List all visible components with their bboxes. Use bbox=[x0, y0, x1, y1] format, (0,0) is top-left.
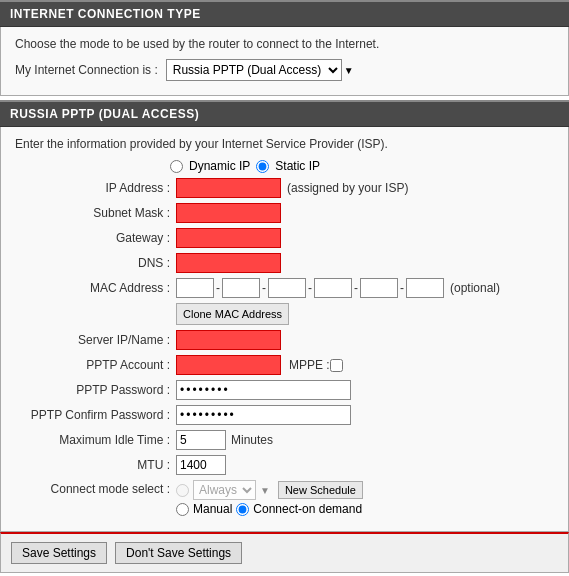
mac-optional-label: (optional) bbox=[450, 281, 500, 295]
dont-save-settings-button[interactable]: Don't Save Settings bbox=[115, 542, 242, 564]
mac-sep-3: - bbox=[308, 281, 312, 295]
mac-sep-4: - bbox=[354, 281, 358, 295]
server-ip-label: Server IP/Name : bbox=[15, 333, 170, 347]
connection-type-select[interactable]: Russia PPTP (Dual Access) Dynamic IP Sta… bbox=[166, 59, 342, 81]
mac-octet-5-input[interactable] bbox=[360, 278, 398, 298]
gateway-label: Gateway : bbox=[15, 231, 170, 245]
new-schedule-button[interactable]: New Schedule bbox=[278, 481, 363, 499]
always-radio[interactable] bbox=[176, 484, 189, 497]
russia-pptp-desc: Enter the information provided by your I… bbox=[15, 137, 554, 151]
minutes-label: Minutes bbox=[231, 433, 273, 447]
clone-mac-button[interactable]: Clone MAC Address bbox=[176, 303, 289, 325]
server-ip-input[interactable] bbox=[176, 330, 281, 350]
connect-on-demand-radio[interactable] bbox=[236, 503, 249, 516]
mac-address-label: MAC Address : bbox=[15, 281, 170, 295]
pptp-confirm-password-label: PPTP Confirm Password : bbox=[15, 408, 170, 422]
mac-octet-6-input[interactable] bbox=[406, 278, 444, 298]
max-idle-time-input[interactable] bbox=[176, 430, 226, 450]
ip-address-input[interactable] bbox=[176, 178, 281, 198]
max-idle-time-label: Maximum Idle Time : bbox=[15, 433, 170, 447]
mtu-label: MTU : bbox=[15, 458, 170, 472]
internet-connection-desc: Choose the mode to be used by the router… bbox=[15, 37, 554, 51]
subnet-mask-input[interactable] bbox=[176, 203, 281, 223]
pptp-password-label: PPTP Password : bbox=[15, 383, 170, 397]
pptp-confirm-password-input[interactable] bbox=[176, 405, 351, 425]
mac-octet-4-input[interactable] bbox=[314, 278, 352, 298]
ip-note: (assigned by your ISP) bbox=[287, 181, 408, 195]
dns-input[interactable] bbox=[176, 253, 281, 273]
mac-octet-2-input[interactable] bbox=[222, 278, 260, 298]
manual-radio[interactable] bbox=[176, 503, 189, 516]
mac-octet-1-input[interactable] bbox=[176, 278, 214, 298]
my-internet-label: My Internet Connection is : bbox=[15, 63, 158, 77]
subnet-mask-label: Subnet Mask : bbox=[15, 206, 170, 220]
static-ip-radio[interactable] bbox=[256, 160, 269, 173]
dynamic-ip-radio[interactable] bbox=[170, 160, 183, 173]
mppe-checkbox[interactable] bbox=[330, 359, 343, 372]
mac-octet-3-input[interactable] bbox=[268, 278, 306, 298]
always-arrow: ▼ bbox=[260, 485, 270, 496]
gateway-input[interactable] bbox=[176, 228, 281, 248]
russia-pptp-header: RUSSIA PPTP (DUAL ACCESS) bbox=[0, 100, 569, 127]
dynamic-ip-label: Dynamic IP bbox=[189, 159, 250, 173]
save-settings-button[interactable]: Save Settings bbox=[11, 542, 107, 564]
pptp-account-label: PPTP Account : bbox=[15, 358, 170, 372]
mac-sep-2: - bbox=[262, 281, 266, 295]
manual-label: Manual bbox=[193, 502, 232, 516]
mac-sep-5: - bbox=[400, 281, 404, 295]
internet-connection-type-header: INTERNET CONNECTION TYPE bbox=[0, 0, 569, 27]
static-ip-label: Static IP bbox=[275, 159, 320, 173]
dns-label: DNS : bbox=[15, 256, 170, 270]
mppe-label: MPPE : bbox=[289, 358, 330, 372]
mtu-input[interactable] bbox=[176, 455, 226, 475]
always-select[interactable]: Always bbox=[193, 480, 256, 500]
connect-mode-label: Connect mode select : bbox=[15, 480, 170, 496]
connect-on-demand-label: Connect-on demand bbox=[253, 502, 362, 516]
ip-address-label: IP Address : bbox=[15, 181, 170, 195]
mac-sep-1: - bbox=[216, 281, 220, 295]
select-arrow-icon: ▼ bbox=[344, 65, 354, 76]
pptp-account-input[interactable] bbox=[176, 355, 281, 375]
pptp-password-input[interactable] bbox=[176, 380, 351, 400]
